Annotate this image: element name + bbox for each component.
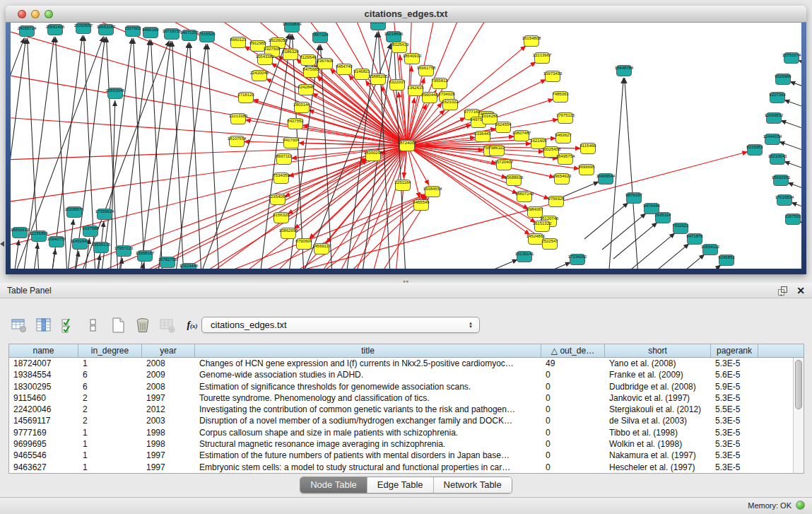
table-cell[interactable]: 1 — [78, 450, 142, 461]
table-cell[interactable]: 9777169 — [9, 427, 78, 438]
table-cell[interactable]: 5.9E-5 — [711, 381, 758, 392]
graph-node[interactable]: 10654112 — [701, 245, 720, 255]
graph-node[interactable]: 10543382 — [256, 54, 275, 65]
graph-node[interactable]: 12354064 — [269, 194, 288, 205]
table-row[interactable]: 1830029562008Estimation of significance … — [9, 381, 804, 392]
graph-node[interactable]: 18300295 — [364, 151, 383, 161]
table-cell[interactable]: 1997 — [142, 462, 195, 473]
table-cell[interactable]: 22420046 — [9, 404, 78, 415]
column-header-year[interactable]: year — [142, 344, 195, 357]
table-cell[interactable]: 2008 — [142, 358, 195, 369]
table-cell[interactable]: 19384554 — [9, 369, 78, 380]
table-cell[interactable]: 1 — [78, 427, 142, 438]
graph-node[interactable]: 9329966 — [775, 74, 792, 85]
graph-node[interactable]: 18325419 — [390, 42, 409, 53]
graph-node[interactable]: 19218596 — [384, 32, 404, 42]
delete-column-icon[interactable] — [134, 316, 152, 334]
table-cell[interactable]: Investigating the contribution of common… — [195, 404, 541, 415]
graph-node[interactable]: 19654923 — [553, 174, 572, 185]
scrollbar-thumb[interactable] — [795, 360, 802, 409]
graph-node[interactable]: 12213967 — [533, 53, 552, 64]
graph-node[interactable]: 18807243 — [515, 192, 534, 202]
graph-node[interactable]: 16648784 — [615, 66, 634, 76]
graph-node[interactable]: 16151322 — [533, 221, 552, 232]
table-cell[interactable]: 2003 — [142, 415, 195, 426]
table-cell[interactable]: Corpus callosum shape and size in male p… — [195, 427, 541, 438]
float-panel-icon[interactable] — [777, 286, 788, 296]
table-cell[interactable]: 2012 — [142, 404, 195, 415]
table-cell[interactable]: 5.3E-5 — [711, 462, 758, 473]
graph-node[interactable]: 1167533 — [785, 214, 801, 225]
graph-node[interactable]: 8471876 — [686, 234, 703, 245]
graph-node[interactable]: 13958167 — [136, 251, 155, 262]
graph-node[interactable]: 8427552 — [287, 119, 304, 129]
column-header-in_degree[interactable]: in_degree — [78, 344, 142, 357]
column-header-short[interactable]: short — [605, 344, 711, 357]
graph-node[interactable]: 2367608 — [317, 59, 334, 69]
column-header-pagerank[interactable]: pagerank — [711, 344, 758, 357]
table-row[interactable]: 911546021997Tourette syndrome. Phenomeno… — [9, 392, 804, 404]
table-cell[interactable]: 0 — [541, 369, 605, 380]
graph-node[interactable]: 8660123 — [230, 37, 247, 48]
graph-node[interactable]: 20691406 — [46, 25, 65, 35]
table-row[interactable]: 1938455462009Genome-wide association stu… — [9, 369, 804, 380]
column-header-name[interactable]: name — [9, 344, 78, 357]
graph-node[interactable]: 2522547 — [541, 239, 558, 250]
graph-node[interactable]: 12213389 — [229, 114, 248, 124]
table-cell[interactable]: 2 — [78, 415, 142, 426]
graph-node[interactable]: 14569117 — [312, 244, 331, 255]
table-cell[interactable]: Genome-wide association studies in ADHD. — [195, 369, 541, 380]
table-cell[interactable]: 1998 — [142, 427, 195, 438]
graph-node[interactable]: 16409544 — [596, 174, 616, 185]
table-cell[interactable]: 0 — [541, 450, 605, 461]
graph-node[interactable]: 7632621 — [672, 223, 689, 234]
table-cell[interactable]: 18724007 — [9, 358, 78, 369]
unselect-columns-icon[interactable] — [84, 316, 102, 334]
table-cell[interactable]: Estimation of significance thresholds fo… — [195, 381, 541, 392]
graph-node[interactable]: 16033809 — [283, 23, 302, 33]
table-cell[interactable]: 5.3E-5 — [711, 450, 758, 461]
graph-node[interactable]: 15720407 — [495, 160, 514, 170]
graph-node[interactable]: 9115460 — [580, 144, 597, 154]
table-cell[interactable]: 0 — [541, 427, 605, 438]
table-cell[interactable]: 9465546 — [9, 450, 78, 461]
table-cell[interactable]: Tibbo et al. (1998) — [605, 427, 711, 438]
table-cell[interactable]: Hescheler et al. (1997) — [605, 462, 711, 473]
graph-node[interactable]: 7515526 — [199, 32, 216, 42]
graph-node[interactable]: 10653287 — [97, 25, 116, 35]
graph-node[interactable]: 12444154 — [763, 134, 782, 145]
graph-node[interactable]: 2935114 — [655, 213, 672, 223]
column-header-title[interactable]: title — [195, 344, 541, 357]
table-cell[interactable]: 6 — [78, 369, 142, 380]
table-cell[interactable]: 0 — [541, 415, 605, 426]
table-cell[interactable]: Franke et al. (2009) — [605, 369, 711, 380]
column-header-out_de[interactable]: △ out_de… — [541, 344, 605, 357]
table-cell[interactable]: 0 — [541, 438, 605, 450]
graph-node[interactable]: 2803144 — [293, 103, 310, 113]
graph-node[interactable]: 12923446 — [180, 264, 199, 269]
graph-node[interactable]: 11156869 — [30, 231, 48, 242]
table-cell[interactable]: 5.3E-5 — [711, 358, 758, 369]
graph-node[interactable]: 15692951 — [772, 175, 791, 186]
graph-node[interactable]: 6879197 — [625, 193, 642, 204]
graph-node[interactable]: 2718120 — [237, 93, 254, 103]
table-cell[interactable]: Stergiakouli et al. (2012) — [605, 404, 711, 415]
show-columns-icon[interactable] — [35, 316, 53, 334]
table-row[interactable]: 2242004622012Investigating the contribut… — [9, 404, 804, 415]
table-cell[interactable]: 0 — [541, 392, 605, 404]
graph-node[interactable]: 8215953 — [746, 145, 763, 156]
table-options-icon[interactable] — [10, 316, 28, 334]
graph-node[interactable]: 15135141 — [515, 252, 534, 262]
graph-node[interactable]: 8466160 — [142, 28, 159, 38]
table-row[interactable]: 946362711997Embryonic stem cells: a mode… — [9, 462, 804, 473]
graph-node[interactable]: 9242848 — [298, 85, 314, 95]
tab-node-table[interactable]: Node Table — [300, 477, 367, 493]
graph-node[interactable]: 17957223 — [114, 246, 134, 257]
graph-node[interactable]: 1621022 — [442, 100, 459, 110]
table-cell[interactable]: 1997 — [142, 450, 195, 461]
graph-node[interactable]: 24055724 — [18, 26, 37, 37]
table-cell[interactable]: 0 — [541, 462, 605, 473]
graph-node[interactable]: 12093832 — [765, 113, 784, 124]
graph-node[interactable]: 16782759 — [158, 257, 177, 268]
table-cell[interactable]: 2 — [78, 404, 142, 415]
